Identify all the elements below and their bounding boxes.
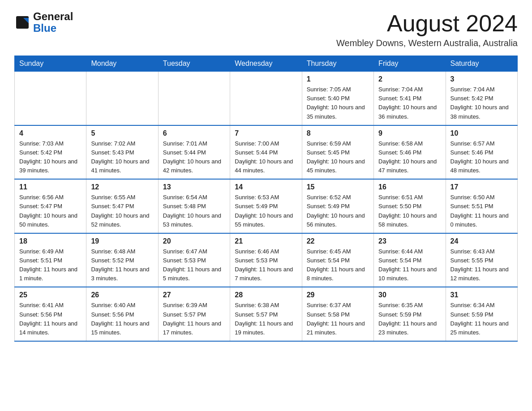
day-info: Sunrise: 6:57 AM Sunset: 5:46 PM Dayligh… <box>450 139 513 176</box>
day-number: 29 <box>307 291 369 299</box>
day-info: Sunrise: 6:51 AM Sunset: 5:50 PM Dayligh… <box>378 193 441 229</box>
calendar-cell: 17Sunrise: 6:50 AM Sunset: 5:51 PM Dayli… <box>446 179 517 233</box>
location-subtitle: Wembley Downs, Western Australia, Austra… <box>336 38 518 48</box>
day-number: 17 <box>450 183 513 191</box>
day-number: 3 <box>450 75 513 83</box>
month-year-title: August 2024 <box>336 11 518 36</box>
day-info: Sunrise: 7:04 AM Sunset: 5:41 PM Dayligh… <box>378 85 441 121</box>
calendar-cell: 9Sunrise: 6:58 AM Sunset: 5:46 PM Daylig… <box>374 125 446 180</box>
day-info: Sunrise: 7:05 AM Sunset: 5:40 PM Dayligh… <box>307 85 369 121</box>
calendar-cell: 19Sunrise: 6:48 AM Sunset: 5:52 PM Dayli… <box>86 233 158 287</box>
day-number: 11 <box>19 183 82 191</box>
calendar-week-4: 18Sunrise: 6:49 AM Sunset: 5:51 PM Dayli… <box>15 233 518 287</box>
calendar-cell: 24Sunrise: 6:43 AM Sunset: 5:55 PM Dayli… <box>446 233 517 287</box>
day-number: 4 <box>19 129 82 137</box>
day-info: Sunrise: 7:02 AM Sunset: 5:43 PM Dayligh… <box>91 139 153 176</box>
day-info: Sunrise: 6:55 AM Sunset: 5:47 PM Dayligh… <box>91 193 153 229</box>
day-number: 23 <box>378 237 441 245</box>
day-number: 18 <box>19 237 82 245</box>
day-info: Sunrise: 7:04 AM Sunset: 5:42 PM Dayligh… <box>450 85 513 121</box>
day-info: Sunrise: 6:41 AM Sunset: 5:56 PM Dayligh… <box>19 301 82 337</box>
day-number: 24 <box>450 237 513 245</box>
day-info: Sunrise: 6:45 AM Sunset: 5:54 PM Dayligh… <box>307 247 369 283</box>
day-number: 13 <box>163 183 225 191</box>
day-number: 26 <box>91 291 153 299</box>
calendar-cell: 20Sunrise: 6:47 AM Sunset: 5:53 PM Dayli… <box>158 233 230 287</box>
calendar-cell: 13Sunrise: 6:54 AM Sunset: 5:48 PM Dayli… <box>158 179 230 233</box>
calendar-cell: 31Sunrise: 6:34 AM Sunset: 5:59 PM Dayli… <box>446 287 517 341</box>
day-number: 2 <box>378 75 441 83</box>
day-number: 8 <box>307 129 369 137</box>
day-number: 16 <box>378 183 441 191</box>
calendar-cell: 29Sunrise: 6:37 AM Sunset: 5:58 PM Dayli… <box>302 287 373 341</box>
page-header: General Blue August 2024 Wembley Downs, … <box>14 11 518 48</box>
title-block: August 2024 Wembley Downs, Western Austr… <box>336 11 518 48</box>
day-info: Sunrise: 6:40 AM Sunset: 5:56 PM Dayligh… <box>91 301 153 337</box>
calendar-cell <box>230 72 302 125</box>
header-tuesday: Tuesday <box>158 56 230 72</box>
day-info: Sunrise: 6:56 AM Sunset: 5:47 PM Dayligh… <box>19 193 82 229</box>
header-saturday: Saturday <box>446 56 517 72</box>
day-number: 22 <box>307 237 369 245</box>
header-sunday: Sunday <box>15 56 86 72</box>
calendar-cell: 6Sunrise: 7:01 AM Sunset: 5:44 PM Daylig… <box>158 125 230 180</box>
day-info: Sunrise: 6:53 AM Sunset: 5:49 PM Dayligh… <box>235 193 297 229</box>
calendar-cell: 25Sunrise: 6:41 AM Sunset: 5:56 PM Dayli… <box>15 287 86 341</box>
day-info: Sunrise: 6:58 AM Sunset: 5:46 PM Dayligh… <box>378 139 441 176</box>
calendar-cell: 4Sunrise: 7:03 AM Sunset: 5:42 PM Daylig… <box>15 125 86 180</box>
day-info: Sunrise: 6:48 AM Sunset: 5:52 PM Dayligh… <box>91 247 153 283</box>
day-number: 25 <box>19 291 82 299</box>
day-info: Sunrise: 6:43 AM Sunset: 5:55 PM Dayligh… <box>450 247 513 283</box>
calendar-cell: 3Sunrise: 7:04 AM Sunset: 5:42 PM Daylig… <box>446 72 517 125</box>
day-number: 28 <box>235 291 297 299</box>
day-number: 30 <box>378 291 441 299</box>
calendar-header-row: SundayMondayTuesdayWednesdayThursdayFrid… <box>15 56 518 72</box>
day-info: Sunrise: 6:34 AM Sunset: 5:59 PM Dayligh… <box>450 301 513 337</box>
day-info: Sunrise: 6:46 AM Sunset: 5:53 PM Dayligh… <box>235 247 297 283</box>
calendar-week-2: 4Sunrise: 7:03 AM Sunset: 5:42 PM Daylig… <box>15 125 518 180</box>
calendar-cell <box>86 72 158 125</box>
day-number: 1 <box>307 75 369 83</box>
calendar-cell: 11Sunrise: 6:56 AM Sunset: 5:47 PM Dayli… <box>15 179 86 233</box>
calendar-week-1: 1Sunrise: 7:05 AM Sunset: 5:40 PM Daylig… <box>15 72 518 125</box>
header-thursday: Thursday <box>302 56 373 72</box>
day-number: 21 <box>235 237 297 245</box>
logo-blue: Blue <box>33 22 73 34</box>
logo-icon <box>14 14 30 30</box>
day-info: Sunrise: 6:49 AM Sunset: 5:51 PM Dayligh… <box>19 247 82 283</box>
day-number: 5 <box>91 129 153 137</box>
day-info: Sunrise: 6:47 AM Sunset: 5:53 PM Dayligh… <box>163 247 225 283</box>
header-monday: Monday <box>86 56 158 72</box>
calendar-cell: 1Sunrise: 7:05 AM Sunset: 5:40 PM Daylig… <box>302 72 373 125</box>
calendar-cell: 30Sunrise: 6:35 AM Sunset: 5:59 PM Dayli… <box>374 287 446 341</box>
day-info: Sunrise: 6:39 AM Sunset: 5:57 PM Dayligh… <box>163 301 225 337</box>
calendar-cell: 14Sunrise: 6:53 AM Sunset: 5:49 PM Dayli… <box>230 179 302 233</box>
day-info: Sunrise: 6:38 AM Sunset: 5:57 PM Dayligh… <box>235 301 297 337</box>
day-info: Sunrise: 6:52 AM Sunset: 5:49 PM Dayligh… <box>307 193 369 229</box>
calendar-cell: 10Sunrise: 6:57 AM Sunset: 5:46 PM Dayli… <box>446 125 517 180</box>
logo-text: General Blue <box>33 11 73 34</box>
calendar-cell: 12Sunrise: 6:55 AM Sunset: 5:47 PM Dayli… <box>86 179 158 233</box>
day-number: 7 <box>235 129 297 137</box>
calendar-week-5: 25Sunrise: 6:41 AM Sunset: 5:56 PM Dayli… <box>15 287 518 341</box>
calendar-cell: 21Sunrise: 6:46 AM Sunset: 5:53 PM Dayli… <box>230 233 302 287</box>
header-wednesday: Wednesday <box>230 56 302 72</box>
calendar-cell <box>15 72 86 125</box>
calendar-cell: 15Sunrise: 6:52 AM Sunset: 5:49 PM Dayli… <box>302 179 373 233</box>
calendar-cell: 2Sunrise: 7:04 AM Sunset: 5:41 PM Daylig… <box>374 72 446 125</box>
day-number: 6 <box>163 129 225 137</box>
day-info: Sunrise: 7:01 AM Sunset: 5:44 PM Dayligh… <box>163 139 225 176</box>
day-number: 31 <box>450 291 513 299</box>
calendar-week-3: 11Sunrise: 6:56 AM Sunset: 5:47 PM Dayli… <box>15 179 518 233</box>
calendar-cell: 28Sunrise: 6:38 AM Sunset: 5:57 PM Dayli… <box>230 287 302 341</box>
day-number: 27 <box>163 291 225 299</box>
day-info: Sunrise: 7:00 AM Sunset: 5:44 PM Dayligh… <box>235 139 297 176</box>
day-info: Sunrise: 7:03 AM Sunset: 5:42 PM Dayligh… <box>19 139 82 176</box>
calendar-cell: 22Sunrise: 6:45 AM Sunset: 5:54 PM Dayli… <box>302 233 373 287</box>
calendar-cell: 5Sunrise: 7:02 AM Sunset: 5:43 PM Daylig… <box>86 125 158 180</box>
calendar-cell: 8Sunrise: 6:59 AM Sunset: 5:45 PM Daylig… <box>302 125 373 180</box>
day-number: 12 <box>91 183 153 191</box>
day-info: Sunrise: 6:54 AM Sunset: 5:48 PM Dayligh… <box>163 193 225 229</box>
header-friday: Friday <box>374 56 446 72</box>
calendar-cell <box>158 72 230 125</box>
